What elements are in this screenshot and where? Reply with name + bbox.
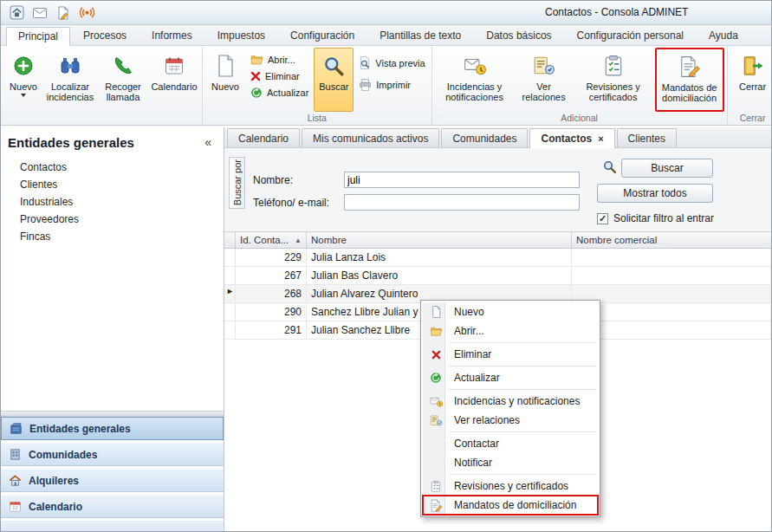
- window-body: Entidades generales « Contactos Clientes…: [1, 127, 771, 531]
- incidencias-notificaciones-button[interactable]: Incidencias y notificaciones: [435, 48, 515, 112]
- phone-icon: [113, 53, 133, 79]
- menu-item-revisiones[interactable]: Revisiones y certificados: [423, 477, 598, 496]
- column-header-nombre-comercial[interactable]: Nombre comercial: [572, 232, 771, 248]
- mostrar-todos-button[interactable]: Mostrar todos: [597, 184, 713, 203]
- menu-item-actualizar[interactable]: Actualizar: [423, 368, 598, 387]
- grid-header: Id. Conta... ▲ Nombre Nombre comercial: [224, 232, 771, 249]
- menu-item-contactar[interactable]: Contactar: [423, 434, 598, 453]
- column-header-nombre[interactable]: Nombre: [307, 232, 572, 248]
- recoger-llamada-button[interactable]: Recoger llamada: [99, 48, 147, 112]
- sidebar-item-fincas[interactable]: Fincas: [20, 228, 224, 245]
- check-icon: ✓: [599, 214, 607, 224]
- menu-item-nuevo[interactable]: Nuevo: [423, 302, 598, 321]
- buscar-label: Buscar: [319, 81, 348, 92]
- eliminar-button[interactable]: Eliminar: [247, 70, 312, 82]
- table-row[interactable]: 267 Julian Bas Clavero: [224, 267, 771, 285]
- menu-item-label: Nuevo: [454, 306, 484, 318]
- ribbon-tab-procesos[interactable]: Procesos: [71, 26, 139, 45]
- cerrar-button[interactable]: Cerrar: [730, 48, 772, 112]
- calendario-button[interactable]: Calendario: [149, 48, 199, 112]
- collapse-sidebar-button[interactable]: «: [201, 135, 215, 149]
- tab-clientes[interactable]: Clientes: [617, 128, 677, 147]
- ver-relaciones-button[interactable]: Ver relaciones: [516, 48, 572, 112]
- ribbon-tab-impuestos[interactable]: Impuestos: [205, 26, 277, 45]
- menu-item-eliminar[interactable]: Eliminar: [423, 345, 598, 364]
- tab-contactos-label: Contactos: [541, 133, 592, 145]
- cell-nombre: Julia Lanza Lois: [307, 249, 572, 266]
- envelope-notification-icon: [464, 53, 486, 79]
- sidebar-item-industriales[interactable]: Industriales: [20, 193, 224, 211]
- cell-nombre: Julian Bas Clavero: [307, 267, 572, 284]
- telefono-input[interactable]: [344, 194, 580, 211]
- cell-nombre-comercial: [572, 267, 771, 284]
- ribbon-tab-plantillas[interactable]: Plantillas de texto: [367, 26, 473, 45]
- ribbon-tab-configuracion-personal[interactable]: Configuración personal: [565, 26, 696, 45]
- buscar-por-strip: Buscar por: [229, 157, 245, 209]
- imprimir-button[interactable]: Imprimir: [355, 78, 428, 92]
- sidebar-item-proveedores[interactable]: Proveedores: [20, 211, 224, 228]
- ribbon-group-adicional: Incidencias y notificaciones Ver relacio…: [432, 47, 728, 125]
- row-indicator: [224, 249, 236, 266]
- buscar-button[interactable]: Buscar: [621, 159, 713, 178]
- ribbon-tab-ayuda[interactable]: Ayuda: [697, 26, 750, 45]
- menu-item-label: Ver relaciones: [454, 414, 520, 426]
- home-icon[interactable]: [8, 4, 25, 22]
- nav-alquileres[interactable]: Alquileres: [1, 469, 224, 492]
- nombre-input[interactable]: [344, 172, 580, 188]
- ribbon-tab-configuracion[interactable]: Configuración: [278, 26, 367, 45]
- broadcast-icon[interactable]: [78, 4, 95, 22]
- nav-calendario[interactable]: Calendario: [1, 495, 224, 518]
- cell-id: 268: [236, 285, 307, 302]
- close-tab-icon[interactable]: ×: [598, 133, 603, 144]
- cell-id: 267: [236, 267, 307, 284]
- solicitar-filtro-checkbox[interactable]: ✓: [597, 213, 608, 224]
- tab-calendario[interactable]: Calendario: [227, 128, 300, 147]
- menu-item-mandatos[interactable]: Mandatos de domiciliación: [423, 496, 598, 515]
- revisiones-certificados-button[interactable]: Revisiones y certificados: [574, 48, 653, 112]
- delete-x-icon: [427, 350, 444, 360]
- menu-separator: [449, 342, 596, 343]
- buscar-button-ribbon[interactable]: Buscar: [314, 48, 354, 112]
- nav-entidades-generales[interactable]: Entidades generales: [1, 417, 224, 440]
- nav-calendario-label: Calendario: [29, 501, 82, 513]
- ribbon-tab-principal[interactable]: Principal: [6, 27, 70, 46]
- vista-previa-button[interactable]: Vista previa: [355, 55, 428, 70]
- row-indicator: [224, 303, 236, 321]
- ver-relaciones-label: Ver relaciones: [517, 81, 571, 102]
- mail-icon[interactable]: [31, 4, 49, 22]
- column-header-id[interactable]: Id. Conta... ▲: [236, 232, 307, 248]
- ribbon-tab-informes[interactable]: Informes: [139, 26, 204, 45]
- table-row[interactable]: 229 Julia Lanza Lois: [224, 249, 771, 267]
- menu-item-incidencias[interactable]: Incidencias y notificaciones: [423, 392, 598, 411]
- localizar-incidencias-button[interactable]: Localizar incidencias: [43, 48, 97, 112]
- actualizar-button[interactable]: Actualizar: [247, 86, 312, 100]
- nav-comunidades[interactable]: Comunidades: [1, 443, 224, 466]
- tab-mis-comunicados-activos[interactable]: Mis comunicados activos: [302, 128, 439, 147]
- folder-open-icon: [250, 54, 263, 66]
- tab-contactos[interactable]: Contactos ×: [529, 128, 614, 148]
- menu-item-notificar[interactable]: Notificar: [423, 453, 598, 472]
- nuevo-split-button[interactable]: Nuevo: [5, 48, 42, 112]
- edit-document-icon[interactable]: [55, 4, 72, 22]
- relations-card-icon: [427, 414, 444, 427]
- lista-nuevo-button[interactable]: Nuevo: [205, 48, 245, 112]
- menu-item-label: Notificar: [454, 457, 492, 469]
- abrir-button[interactable]: Abrir...: [247, 53, 312, 67]
- menu-separator: [449, 389, 596, 390]
- ribbon-tab-datos-basicos[interactable]: Datos básicos: [474, 26, 563, 45]
- tab-comunidades[interactable]: Comunidades: [441, 128, 528, 147]
- row-indicator-header: [224, 232, 236, 248]
- calendar-icon: [164, 53, 185, 79]
- sidebar-item-contactos[interactable]: Contactos: [20, 159, 224, 176]
- sidebar-item-clientes[interactable]: Clientes: [20, 176, 224, 193]
- nav-alquileres-label: Alquileres: [29, 475, 79, 487]
- menu-item-ver-relaciones[interactable]: Ver relaciones: [423, 411, 598, 430]
- mandatos-domiciliacion-button[interactable]: Mandatos de domiciliación: [655, 48, 724, 112]
- folder-open-icon: [427, 326, 444, 337]
- navbar-splitter[interactable]: [1, 411, 224, 417]
- new-document-icon: [215, 53, 236, 79]
- cell-nombre-comercial: [572, 285, 771, 302]
- ribbon-group-lista: Nuevo Abrir... Eliminar: [203, 47, 432, 125]
- nombre-label: Nombre:: [253, 174, 293, 186]
- menu-item-abrir[interactable]: Abrir...: [423, 321, 598, 341]
